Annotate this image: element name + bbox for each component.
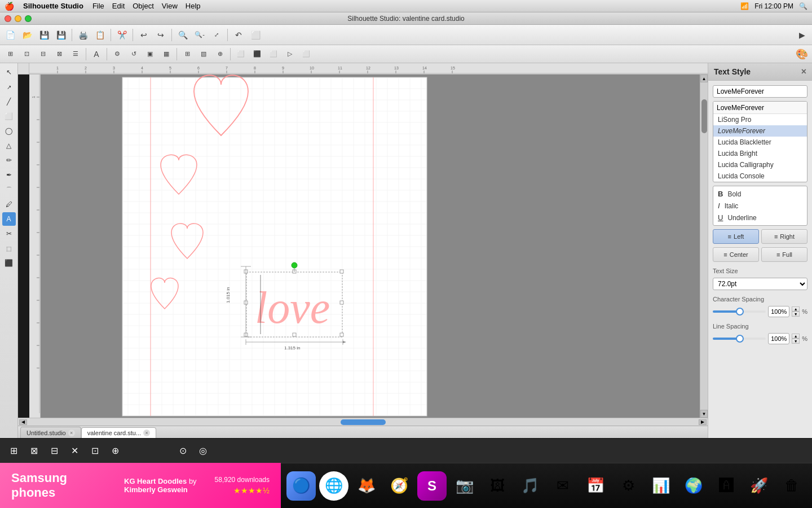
- font-list-item-lucida-bright[interactable]: Lucida Bright: [713, 148, 807, 159]
- bottom-btn1[interactable]: ⊞: [5, 442, 23, 460]
- minimize-button[interactable]: [15, 15, 21, 22]
- dock-mail[interactable]: ✉: [548, 471, 577, 501]
- dock-trash[interactable]: 🗑: [777, 471, 806, 501]
- tool-rect[interactable]: ⬜: [2, 110, 16, 123]
- dock-firefox[interactable]: 🦊: [352, 471, 381, 501]
- scroll-thumb[interactable]: [701, 99, 707, 133]
- menu-object[interactable]: Object: [133, 2, 154, 10]
- new-file-button[interactable]: 📄: [2, 27, 18, 43]
- tool-fill[interactable]: ⬚: [2, 242, 16, 255]
- tb2-btn4[interactable]: ⊠: [51, 46, 67, 62]
- tb2-btn12[interactable]: ▧: [196, 46, 211, 62]
- print-button[interactable]: 🖨️: [75, 27, 91, 43]
- tool-node[interactable]: ↗: [2, 80, 16, 94]
- redo-button[interactable]: ↪: [153, 27, 169, 43]
- font-list-item-lucida-blackletter[interactable]: Lucida Blackletter: [713, 137, 807, 148]
- right-panel-button[interactable]: ▶: [794, 27, 810, 43]
- align-full-button[interactable]: ≡ Full: [761, 247, 807, 262]
- tool-ellipse[interactable]: ◯: [2, 124, 16, 138]
- h-scroll-thumb[interactable]: [341, 419, 386, 425]
- zoom-fit-button[interactable]: ⤢: [209, 27, 224, 43]
- zoom-in-button[interactable]: 🔍: [175, 27, 191, 43]
- dock-sysprefs[interactable]: ⚙: [614, 471, 643, 501]
- save-as-button[interactable]: 💾: [53, 27, 69, 43]
- dock-preview[interactable]: 🖼: [483, 471, 512, 501]
- tab-valentine-close[interactable]: ×: [143, 430, 150, 436]
- tb2-btn6[interactable]: A: [89, 46, 104, 62]
- bottom-btn6[interactable]: ⊕: [106, 442, 124, 460]
- dock-silhouette[interactable]: S: [417, 471, 447, 501]
- tool-polygon[interactable]: △: [2, 139, 16, 152]
- dock-spotify[interactable]: 🎵: [515, 471, 545, 501]
- bottom-btn8[interactable]: ◎: [194, 442, 212, 460]
- dock-safari[interactable]: 🧭: [385, 471, 414, 501]
- bold-style-btn[interactable]: B Bold: [716, 189, 805, 199]
- tab-valentine[interactable]: valentine card.stu... ×: [81, 427, 156, 438]
- bottom-btn4[interactable]: ✕: [65, 442, 83, 460]
- canvas-drawing-area[interactable]: 1.015 in 1.315 in: [41, 75, 700, 418]
- font-list-item-lucida-calligraphy[interactable]: Lucida Calligraphy: [713, 159, 807, 170]
- menu-edit[interactable]: Edit: [112, 2, 125, 10]
- print2-button[interactable]: 📋: [92, 27, 108, 43]
- wifi-icon[interactable]: 📶: [740, 2, 749, 10]
- align-right-button[interactable]: ≡ Right: [761, 229, 807, 244]
- underline-style-btn[interactable]: U Underline: [716, 212, 805, 223]
- tb2-btn18[interactable]: ⬜: [298, 46, 314, 62]
- tb2-color-wheel[interactable]: 🎨: [794, 46, 810, 62]
- tb2-btn10[interactable]: ▦: [158, 46, 174, 62]
- menu-file[interactable]: File: [92, 2, 104, 10]
- char-spacing-track[interactable]: [713, 310, 766, 313]
- vertical-scrollbar[interactable]: ▲ ▼: [700, 75, 708, 418]
- tb2-btn8[interactable]: ↺: [126, 46, 142, 62]
- font-search-input[interactable]: [713, 102, 807, 114]
- dock-photos[interactable]: 📷: [450, 471, 479, 501]
- dock-finder[interactable]: 🔵: [286, 471, 316, 501]
- char-spacing-thumb[interactable]: [736, 308, 744, 316]
- tab-untitled-close[interactable]: ×: [68, 430, 75, 436]
- line-spacing-track[interactable]: [713, 338, 766, 340]
- bottom-btn7[interactable]: ⊙: [174, 442, 192, 460]
- tool-paint[interactable]: 🖊: [2, 198, 16, 211]
- apple-menu[interactable]: 🍎: [5, 2, 14, 11]
- zoom-out-button[interactable]: 🔍-: [192, 27, 208, 43]
- tb2-btn11[interactable]: ⊞: [179, 46, 195, 62]
- bottom-btn2[interactable]: ⊠: [25, 442, 43, 460]
- tb2-btn2[interactable]: ⊡: [19, 46, 34, 62]
- font-name-input[interactable]: [713, 85, 807, 98]
- font-list-item-loveme[interactable]: LoveMeForever: [713, 125, 807, 137]
- tb2-btn15[interactable]: ⬛: [249, 46, 265, 62]
- line-spacing-up[interactable]: ▲: [792, 334, 800, 339]
- save-button[interactable]: 💾: [36, 27, 52, 43]
- menu-view[interactable]: View: [162, 2, 178, 10]
- scroll-down-button[interactable]: ▼: [700, 410, 708, 418]
- cut-button[interactable]: ✂️: [114, 27, 130, 43]
- bottom-btn5[interactable]: ⊡: [86, 442, 104, 460]
- italic-style-btn[interactable]: I Italic: [716, 200, 805, 211]
- tool-pen[interactable]: ✒: [2, 168, 16, 182]
- tb2-btn16[interactable]: ⬜: [266, 46, 281, 62]
- tab-untitled[interactable]: Untitled.studio ×: [20, 427, 81, 438]
- tool-line[interactable]: ╱: [2, 95, 16, 108]
- char-spacing-down[interactable]: ▼: [792, 312, 800, 317]
- dock-globe[interactable]: 🌍: [679, 471, 708, 501]
- text-size-select[interactable]: 72.0pt 8pt 10pt 12pt 14pt 18pt 24pt 36pt…: [713, 278, 807, 290]
- scroll-up-button[interactable]: ▲: [700, 75, 708, 82]
- line-spacing-down[interactable]: ▼: [792, 339, 800, 344]
- dock-calendar[interactable]: 📅: [581, 471, 610, 501]
- close-button[interactable]: [5, 15, 11, 22]
- tool-crop[interactable]: ✂: [2, 227, 16, 240]
- menu-help[interactable]: Help: [186, 2, 201, 10]
- app-name[interactable]: Silhouette Studio: [23, 2, 83, 10]
- tb2-btn7[interactable]: ⚙: [109, 46, 125, 62]
- font-list-item-lisong[interactable]: LiSong Pro: [713, 114, 807, 125]
- search-icon[interactable]: 🔍: [799, 2, 807, 10]
- dock-launchpad[interactable]: 🚀: [744, 471, 774, 501]
- tb2-btn9[interactable]: ▣: [142, 46, 158, 62]
- font-list-item-lucida-console[interactable]: Lucida Console: [713, 170, 807, 182]
- rotate-button[interactable]: ↶: [231, 27, 246, 43]
- align-left-button[interactable]: ≡ Left: [713, 229, 759, 244]
- dock-appstore[interactable]: 🅰: [712, 471, 741, 501]
- tool-curve[interactable]: ⌒: [2, 183, 16, 196]
- maximize-button[interactable]: [25, 15, 32, 22]
- tb2-btn17[interactable]: ▷: [282, 46, 298, 62]
